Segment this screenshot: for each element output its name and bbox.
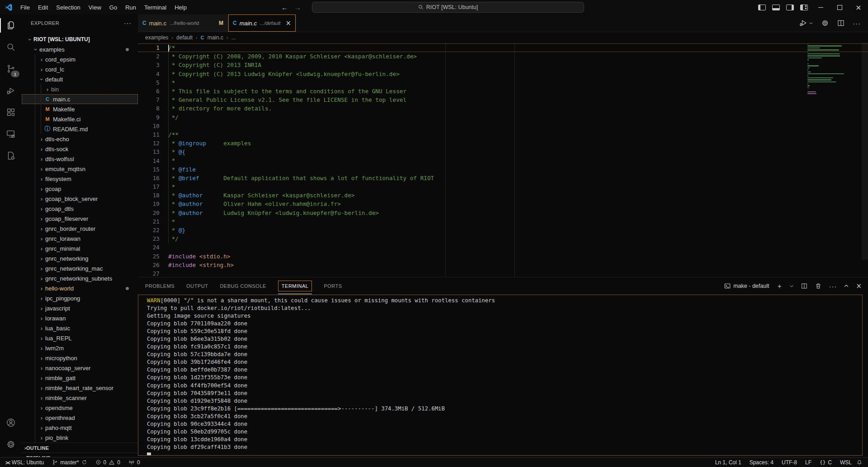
- tree-item-default[interactable]: ›default: [22, 74, 138, 84]
- tree-item-cord-epsim[interactable]: ›cord_epsim: [22, 54, 138, 64]
- code-line-3[interactable]: 3 * Copyright (C) 2013 INRIA: [138, 61, 868, 69]
- code-line-23[interactable]: 23 */: [138, 234, 868, 243]
- tree-item-javascript[interactable]: ›javascript: [22, 303, 138, 313]
- close-tab-icon[interactable]: ×: [285, 19, 291, 27]
- forwarded-ports-item[interactable]: 0: [128, 459, 140, 466]
- problems-item[interactable]: 0 0: [95, 459, 120, 466]
- code-line-4[interactable]: 4 * Copyright (C) 2013 Ludwig Knüpfer <l…: [138, 70, 868, 78]
- wsl-item[interactable]: WSL: [840, 459, 852, 466]
- tree-item-gcoap[interactable]: ›gcoap: [22, 184, 138, 194]
- split-terminal-icon[interactable]: [801, 282, 808, 290]
- tab-terminal[interactable]: TERMINAL: [278, 281, 312, 291]
- new-terminal-icon[interactable]: ＋: [776, 282, 783, 291]
- tree-item-gnrc-minimal[interactable]: ›gnrc_minimal: [22, 243, 138, 253]
- tree-item-nanocoap-server[interactable]: ›nanocoap_server: [22, 363, 138, 373]
- minimize-button[interactable]: [811, 0, 830, 14]
- code-line-10[interactable]: 10: [138, 122, 868, 130]
- notifications-item[interactable]: [856, 459, 863, 466]
- code-line-8[interactable]: 8 * directory for more details.: [138, 104, 868, 113]
- tree-item-riot-wsl-ubuntu-[interactable]: ›RIOT [WSL: UBUNTU]: [22, 34, 138, 44]
- breadcrumb-examples[interactable]: examples: [145, 34, 168, 41]
- tree-item-dtls-echo[interactable]: ›dtls-echo: [22, 134, 138, 144]
- tree-item-lua-basic[interactable]: ›lua_basic: [22, 323, 138, 333]
- forward-arrow-icon[interactable]: →: [294, 4, 301, 11]
- menu-file[interactable]: File: [16, 2, 34, 13]
- menu-terminal[interactable]: Terminal: [140, 2, 170, 13]
- timeline-section[interactable]: › TIMELINE: [22, 453, 138, 457]
- menu-edit[interactable]: Edit: [34, 2, 52, 13]
- run-c-file-icon[interactable]: [799, 19, 813, 28]
- remote-indicator[interactable]: >< WSL: Ubuntu: [5, 459, 44, 466]
- tree-item-gnrc-border-router[interactable]: ›gnrc_border_router: [22, 224, 138, 234]
- outline-section[interactable]: › OUTLINE: [22, 443, 138, 453]
- run-and-debug-icon[interactable]: [0, 80, 22, 101]
- tree-item-readme-md[interactable]: ⓘREADME.md: [22, 124, 138, 134]
- tree-item-nimble-heart-rate-sensor[interactable]: ›nimble_heart_rate_sensor: [22, 383, 138, 393]
- menu-help[interactable]: Help: [170, 2, 191, 13]
- tree-item-micropython[interactable]: ›micropython: [22, 353, 138, 363]
- tab-debug-console[interactable]: DEBUG CONSOLE: [220, 283, 266, 289]
- tree-item-lwm2m[interactable]: ›lwm2m: [22, 343, 138, 353]
- git-branch-item[interactable]: master*: [52, 459, 87, 466]
- terminal-output[interactable]: WARN[0000] "/" is not a shared mount, th…: [138, 295, 863, 456]
- customize-layout-icon[interactable]: [800, 5, 808, 10]
- code-line-20[interactable]: 20 * @author Ludwig Knüpfer <ludwig.knue…: [138, 209, 868, 217]
- menu-go[interactable]: Go: [105, 2, 121, 13]
- tab-output[interactable]: OUTPUT: [186, 283, 208, 289]
- restore-button[interactable]: [830, 0, 849, 14]
- tree-item-hello-world[interactable]: ›hello-world: [22, 283, 138, 293]
- code-line-9[interactable]: 9 */: [138, 113, 868, 122]
- back-arrow-icon[interactable]: ←: [281, 4, 288, 11]
- tree-item-nimble-gatt[interactable]: ›nimble_gatt: [22, 373, 138, 383]
- launch-profile-chevron-icon[interactable]: [789, 284, 794, 288]
- code-line-7[interactable]: 7 * General Public License v2.1. See the…: [138, 95, 868, 104]
- search-icon[interactable]: [0, 36, 22, 58]
- tree-item-filesystem[interactable]: ›filesystem: [22, 174, 138, 184]
- eol-item[interactable]: LF: [805, 459, 811, 466]
- tree-item-paho-mqtt[interactable]: ›paho-mqtt: [22, 423, 138, 433]
- tab-main-c-hello-world[interactable]: C main.c .../hello-world M: [138, 14, 228, 32]
- tree-item-cord-lc[interactable]: ›cord_lc: [22, 64, 138, 74]
- tree-item-nimble-scanner[interactable]: ›nimble_scanner: [22, 393, 138, 403]
- tree-item-bin[interactable]: ›bin: [22, 84, 138, 94]
- code-line-13[interactable]: 13 * @{: [138, 148, 868, 156]
- code-line-11[interactable]: 11/**: [138, 130, 868, 139]
- code-editor[interactable]: 1/*2 * Copyright (C) 2008, 2009, 2010 Ka…: [138, 43, 868, 277]
- terminal-task-item[interactable]: make - default: [724, 283, 769, 289]
- toggle-sidebar-icon[interactable]: [758, 5, 766, 10]
- settings-gear-icon[interactable]: [0, 434, 22, 455]
- tree-item-gcoap-dtls[interactable]: ›gcoap_dtls: [22, 204, 138, 214]
- language-mode-item[interactable]: {} C: [820, 459, 832, 466]
- code-line-1[interactable]: 1/*: [138, 43, 868, 52]
- remote-explorer-icon[interactable]: [0, 123, 22, 145]
- explorer-icon[interactable]: [0, 14, 22, 36]
- configure-gear-icon[interactable]: [821, 19, 829, 27]
- code-line-16[interactable]: 16 * @brief Default application that sho…: [138, 174, 868, 182]
- tree-item-gnrc-networking-subnets[interactable]: ›gnrc_networking_subnets: [22, 273, 138, 283]
- tree-item-ipc-pingpong[interactable]: ›ipc_pingpong: [22, 293, 138, 303]
- panel-more-actions-icon[interactable]: ···: [829, 282, 837, 290]
- toggle-secondary-sidebar-icon[interactable]: [786, 5, 794, 10]
- menu-run[interactable]: Run: [121, 2, 140, 13]
- more-actions-icon[interactable]: ···: [853, 19, 861, 27]
- extensions-icon[interactable]: [0, 101, 22, 123]
- accounts-icon[interactable]: [0, 412, 22, 434]
- tree-item-lua-repl[interactable]: ›lua_REPL: [22, 333, 138, 343]
- menu-view[interactable]: View: [85, 2, 105, 13]
- split-editor-icon[interactable]: [837, 19, 845, 27]
- tree-item-examples[interactable]: ›examples: [22, 44, 138, 54]
- tree-item-emcute-mqttsn[interactable]: ›emcute_mqttsn: [22, 164, 138, 174]
- code-line-21[interactable]: 21 *: [138, 217, 868, 226]
- breadcrumb-default[interactable]: default: [176, 34, 193, 41]
- cursor-position-item[interactable]: Ln 1, Col 1: [715, 459, 741, 466]
- source-control-icon[interactable]: 1: [0, 58, 22, 80]
- menu-selection[interactable]: Selection: [52, 2, 84, 13]
- command-center-search[interactable]: RIOT [WSL: Ubuntu]: [312, 2, 584, 13]
- tree-item-opendsme[interactable]: ›opendsme: [22, 403, 138, 413]
- code-line-5[interactable]: 5 *: [138, 78, 868, 87]
- tree-item-makefile[interactable]: MMakefile: [22, 104, 138, 114]
- code-line-18[interactable]: 18 * @author Kaspar Schleiser <kaspar@sc…: [138, 191, 868, 200]
- tab-ports[interactable]: PORTS: [324, 283, 342, 289]
- kill-terminal-trash-icon[interactable]: [815, 282, 822, 290]
- tab-problems[interactable]: PROBLEMS: [145, 283, 175, 289]
